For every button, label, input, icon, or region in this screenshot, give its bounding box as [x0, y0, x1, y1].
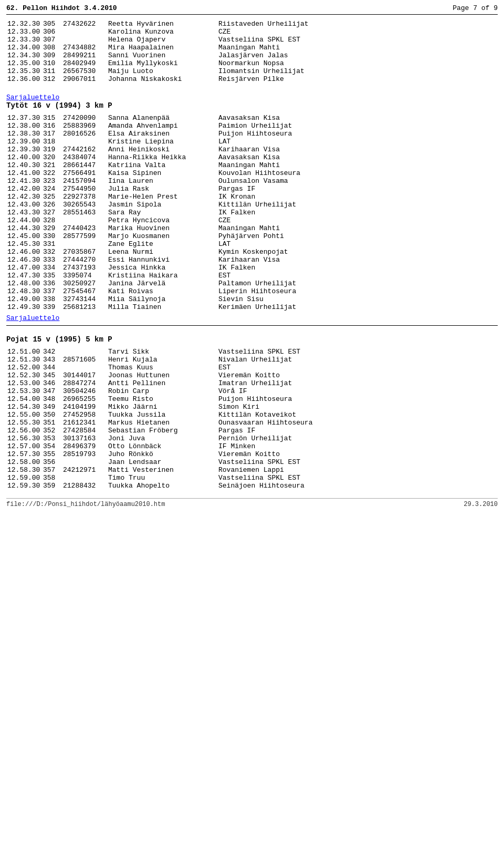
result-bib: 350	[42, 411, 62, 419]
result-time: 12.57.30	[6, 450, 42, 458]
result-name: Amanda Ahvenlampi	[107, 122, 217, 130]
result-time: 12.59.30	[6, 482, 42, 490]
result-code	[62, 138, 107, 146]
table-row: 12.41.0032227566491Kaisa SipinenKouvolan…	[6, 169, 498, 177]
result-name: Kristiina Haikara	[107, 272, 217, 280]
result-club: Imatran Urheilijat	[217, 379, 498, 387]
result-code: 28519793	[62, 450, 107, 458]
section1-sarjaluettelo-link[interactable]: Sarjaluettelo	[6, 94, 59, 101]
table-row: 12.46.0033227035867Leena NurmiKymin Kosk…	[6, 248, 498, 256]
result-code: 26965255	[62, 395, 107, 403]
result-name: Leena Nurmi	[107, 248, 217, 256]
result-bib: 330	[42, 232, 62, 240]
result-code: 29067011	[62, 75, 107, 83]
page-header: 62. Pellon Hiihdot 3.4.2010 Page 7 of 9	[6, 4, 498, 15]
section1-header: Sarjaluettelo Tytöt 16 v (1994) 3 km P	[6, 92, 498, 110]
table-row: 12.41.3032324157094Iina LaurenOulunsalon…	[6, 177, 498, 185]
table-row: 12.38.0031625883969Amanda AhvenlampiPaim…	[6, 122, 498, 130]
result-bib: 315	[42, 114, 62, 122]
result-club: Seinäjoen Hiihtoseura	[217, 482, 498, 490]
result-time: 12.44.30	[6, 224, 42, 232]
result-code: 27545467	[62, 287, 107, 295]
result-club: Maaningan Mahti	[217, 44, 498, 51]
result-bib: 329	[42, 224, 62, 232]
result-time: 12.43.00	[6, 201, 42, 209]
result-club: Pyhäjärven Pohti	[217, 232, 498, 240]
result-club: Puijon Hiihtoseura	[217, 130, 498, 138]
result-code	[62, 458, 107, 466]
result-club: LAT	[217, 240, 498, 248]
section-divider	[6, 325, 498, 326]
result-bib: 324	[42, 185, 62, 193]
result-name: Tuukka Ahopelto	[107, 482, 217, 490]
section2-title: Pojat 15 v (1995) 5 km P	[6, 335, 498, 344]
result-bib: 323	[42, 177, 62, 185]
result-time: 12.40.30	[6, 161, 42, 169]
result-time: 12.33.00	[6, 28, 42, 36]
result-code: 32743144	[62, 295, 107, 303]
result-club: Reisjärven Pilke	[217, 75, 498, 83]
result-club: Simon Kiri	[217, 403, 498, 411]
table-row: 12.45.0033028577599Marjo KuosmanenPyhäjä…	[6, 232, 498, 240]
result-bib: 328	[42, 216, 62, 224]
result-time: 12.49.00	[6, 295, 42, 303]
result-time: 12.38.00	[6, 122, 42, 130]
result-name: Janina Järvelä	[107, 280, 217, 287]
table-row: 12.40.3032128661447Katriina ValtaMaaning…	[6, 161, 498, 169]
result-time: 12.40.00	[6, 153, 42, 161]
result-club: Karihaaran Visa	[217, 256, 498, 264]
result-time: 12.51.00	[6, 348, 42, 356]
result-time: 12.56.30	[6, 435, 42, 442]
result-name: Kristine Liepina	[107, 138, 217, 146]
result-club: Paimion Urheilijat	[217, 122, 498, 130]
result-time: 12.46.30	[6, 256, 42, 264]
result-club: Aavasaksan Kisa	[217, 114, 498, 122]
result-bib: 316	[42, 122, 62, 130]
result-name: Matti Vesterinen	[107, 466, 217, 474]
result-code: 27442162	[62, 146, 107, 153]
table-row: 12.47.0033427437193Jessica HinkkaIK Falk…	[6, 264, 498, 272]
table-row: 12.39.3031927442162Anni HeinikoskiKariha…	[6, 146, 498, 153]
result-bib: 339	[42, 303, 62, 311]
result-bib: 332	[42, 248, 62, 256]
result-code: 28847274	[62, 379, 107, 387]
table-row: 12.59.3035921288432Tuukka AhopeltoSeinäj…	[6, 482, 498, 490]
result-code: 28571605	[62, 356, 107, 364]
table-row: 12.52.00344Thomas KuusEST	[6, 364, 498, 371]
result-code	[62, 474, 107, 482]
result-club: IK Kronan	[217, 193, 498, 201]
result-name: Julia Rask	[107, 185, 217, 193]
result-code: 27434882	[62, 44, 107, 51]
table-row: 12.48.0033630250927Janina JärveläPaltamo…	[6, 280, 498, 287]
result-bib: 352	[42, 427, 62, 435]
result-code: 28499211	[62, 51, 107, 59]
result-club: Vastseliina SPKL EST	[217, 474, 498, 482]
result-time: 12.51.30	[6, 356, 42, 364]
result-bib: 312	[42, 75, 62, 83]
result-time: 12.55.00	[6, 411, 42, 419]
result-bib: 354	[42, 442, 62, 450]
result-name: Essi Hannunkivi	[107, 256, 217, 264]
page-number: Page 7 of 9	[453, 4, 498, 12]
section1-sarjaluettelo-bottom-link[interactable]: Sarjaluettelo	[6, 314, 59, 322]
result-club: Sievin Sisu	[217, 295, 498, 303]
result-time: 12.52.00	[6, 364, 42, 371]
result-club: Kittilän Kotaveikot	[217, 411, 498, 419]
result-club: Vastseliina SPKL EST	[217, 348, 498, 356]
result-club: Ounasvaaran Hiihtoseura	[217, 419, 498, 427]
result-bib: 327	[42, 209, 62, 216]
result-code: 30144017	[62, 371, 107, 379]
result-name: Mikko Jäärni	[107, 403, 217, 411]
result-club: IK Falken	[217, 209, 498, 216]
result-name: Sanna Alanenpää	[107, 114, 217, 122]
result-time: 12.46.00	[6, 248, 42, 256]
result-bib: 346	[42, 379, 62, 387]
result-code: 28496379	[62, 442, 107, 450]
result-code: 27420090	[62, 114, 107, 122]
result-time: 12.48.30	[6, 287, 42, 295]
result-code: 30265543	[62, 201, 107, 209]
result-club: Oulunsalon Vasama	[217, 177, 498, 185]
table-row: 12.46.3033327444270Essi HannunkiviKariha…	[6, 256, 498, 264]
result-bib: 325	[42, 193, 62, 201]
result-time: 12.36.00	[6, 75, 42, 83]
